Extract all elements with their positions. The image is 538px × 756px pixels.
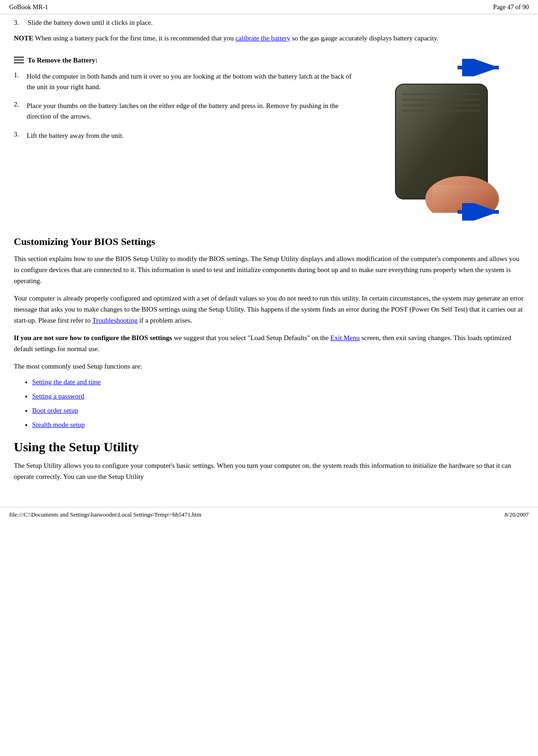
- remove-battery-section: To Remove the Battery: 1. Hold the compu…: [14, 52, 524, 227]
- battery-step-1: 1. Hold the computer in both hands and t…: [14, 71, 359, 93]
- step-text: Slide the battery down until it clicks i…: [28, 19, 524, 27]
- page-header: GoBook MR-1 Page 47 of 90: [0, 0, 538, 14]
- bottom-arrow-icon: [455, 203, 506, 221]
- battery-step-1-text: Hold the computer in both hands and turn…: [27, 71, 359, 93]
- note-text: When using a battery pack for the first …: [34, 34, 236, 42]
- battery-step-2-num: 2.: [14, 101, 27, 108]
- main-content: 3. Slide the battery down until it click…: [0, 14, 538, 498]
- svg-rect-0: [14, 57, 24, 58]
- bios-para3: If you are not sure how to configure the…: [14, 332, 524, 354]
- svg-rect-2: [14, 62, 24, 63]
- battery-step-1-num: 1.: [14, 71, 27, 79]
- setting-password-link[interactable]: Setting a password: [32, 392, 84, 400]
- calibrate-battery-link[interactable]: calibrate the battery: [235, 34, 290, 42]
- remove-battery-label: To Remove the Battery:: [28, 57, 97, 64]
- note-block: NOTE When using a battery pack for the f…: [14, 33, 524, 44]
- setting-date-time-link[interactable]: Setting the date and time: [32, 378, 101, 386]
- device-body-icon: [391, 80, 506, 213]
- bios-para2-suffix: if a problem arises.: [137, 317, 192, 324]
- battery-text-area: To Remove the Battery: 1. Hold the compu…: [14, 52, 359, 227]
- list-item-stealth-mode: Stealth mode setup: [32, 421, 524, 429]
- battery-step-2-text: Place your thumbs on the battery latches…: [27, 101, 359, 122]
- battery-image: [368, 52, 524, 227]
- remove-battery-heading: To Remove the Battery:: [14, 57, 359, 65]
- battery-illustration: [372, 54, 520, 224]
- slide-battery-step: 3. Slide the battery down until it click…: [14, 19, 524, 27]
- stealth-mode-setup-link[interactable]: Stealth mode setup: [32, 421, 85, 428]
- battery-step-3-text: Lift the battery away from the unit.: [27, 131, 124, 141]
- bios-para2-prefix: Your computer is already properly config…: [14, 295, 523, 324]
- svg-rect-1: [14, 59, 24, 61]
- list-item-date-time: Setting the date and time: [32, 378, 524, 386]
- svg-rect-7: [402, 99, 481, 101]
- footer-path: file:///C:\Documents and Settings\harwoo…: [9, 511, 201, 518]
- step-number: 3.: [14, 19, 28, 27]
- bios-para2: Your computer is already properly config…: [14, 293, 524, 326]
- page-number: Page 47 of 90: [493, 4, 529, 11]
- lines-icon: [14, 57, 24, 65]
- boot-order-setup-link[interactable]: Boot order setup: [32, 407, 78, 414]
- battery-steps-list: 1. Hold the computer in both hands and t…: [14, 71, 359, 141]
- list-item-password: Setting a password: [32, 392, 524, 400]
- page-footer: file:///C:\Documents and Settings\harwoo…: [0, 507, 538, 522]
- svg-rect-8: [402, 104, 481, 106]
- battery-step-3: 3. Lift the battery away from the unit.: [14, 131, 359, 141]
- exit-menu-link[interactable]: Exit Menu: [330, 334, 360, 341]
- bios-para4: The most commonly used Setup functions a…: [14, 361, 524, 372]
- setup-utility-para1: The Setup Utility allows you to configur…: [14, 460, 524, 482]
- troubleshooting-link[interactable]: Troubleshooting: [92, 317, 138, 324]
- battery-step-3-num: 3.: [14, 131, 27, 138]
- footer-date: 8/20/2007: [504, 511, 529, 518]
- note-text2: so the gas gauge accurately displays bat…: [290, 34, 439, 42]
- bios-para3-text: we suggest that you select "Load Setup D…: [172, 334, 330, 341]
- battery-step-2: 2. Place your thumbs on the battery latc…: [14, 101, 359, 122]
- setup-utility-heading: Using the Setup Utility: [14, 440, 524, 455]
- setup-functions-list: Setting the date and time Setting a pass…: [32, 378, 524, 429]
- list-item-boot-order: Boot order setup: [32, 407, 524, 415]
- top-arrow-icon: [455, 59, 506, 76]
- svg-rect-6: [402, 93, 481, 95]
- bios-para1: This section explains how to use the BIO…: [14, 253, 524, 286]
- svg-rect-9: [402, 110, 481, 112]
- app-title: GoBook MR-1: [9, 4, 48, 11]
- note-label: NOTE: [14, 34, 34, 42]
- bios-para3-bold: If you are not sure how to configure the…: [14, 334, 172, 341]
- customizing-bios-heading: Customizing Your BIOS Settings: [14, 236, 524, 248]
